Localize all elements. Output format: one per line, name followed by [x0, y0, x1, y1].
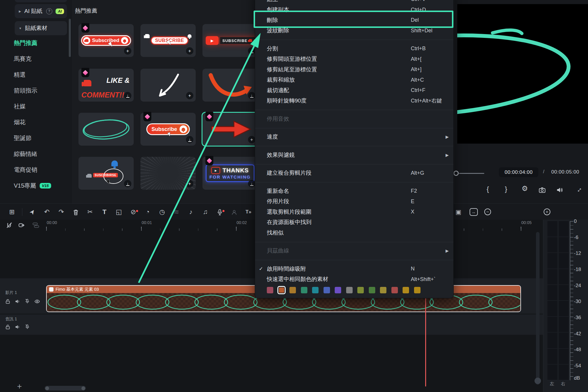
text-tool-icon[interactable]: T: [97, 208, 112, 216]
sidebar-category-item[interactable]: 熱門推薦: [0, 35, 72, 51]
sidebar-scrollbar[interactable]: [69, 19, 71, 57]
sticker-card-arrow-right-selected[interactable]: +: [202, 113, 258, 146]
menu-item[interactable]: ✓ ▶: [255, 238, 453, 246]
download-button[interactable]: ↓: [124, 180, 131, 187]
color-swatch[interactable]: [369, 287, 375, 293]
snap-toggle-icon[interactable]: [6, 222, 12, 230]
menu-item[interactable]: ✓ 貝茲曲線 ▶: [255, 246, 453, 256]
sidebar-item-ai-sticker[interactable]: ▶ AI 貼紙 ? AI: [15, 4, 67, 18]
add-track-button[interactable]: +: [17, 382, 22, 391]
menu-item[interactable]: ✓ 裁切適配 Ctrl+F ▶: [255, 85, 453, 96]
sidebar-category-item[interactable]: 綜藝情緒: [0, 146, 72, 162]
menu-item[interactable]: ✓ ▶: [255, 124, 453, 132]
sidebar-item-partial[interactable]: [15, 0, 67, 2]
add-to-timeline-button[interactable]: +: [186, 47, 193, 55]
color-swatch[interactable]: [335, 287, 341, 293]
menu-item[interactable]: ✓ 停用片段 E ▶: [255, 196, 453, 207]
preview-seek-track[interactable]: [459, 173, 484, 174]
menu-item[interactable]: ✓ ▶: [255, 142, 453, 150]
split-scissors-icon[interactable]: ✂: [83, 208, 97, 216]
sidebar-category-item[interactable]: 聖誕節: [0, 130, 72, 146]
current-timecode[interactable]: 00:00:04:00: [499, 167, 538, 177]
add-to-timeline-button[interactable]: +: [248, 136, 255, 143]
color-swatch[interactable]: [380, 287, 386, 293]
menu-item[interactable]: ✓ ▶: [255, 256, 453, 264]
sticker-card-suscribirse[interactable]: SUSCRIBIRSE ↓: [78, 157, 134, 190]
sticker-card-subscribe-gradient[interactable]: Subscribe ↓: [140, 113, 196, 146]
eye-icon[interactable]: [34, 299, 40, 304]
menu-item[interactable]: ✓ 停用音效 ▶: [255, 114, 453, 124]
help-icon[interactable]: ?: [46, 8, 52, 14]
speaker-icon[interactable]: [15, 299, 20, 304]
mic-icon[interactable]: [25, 299, 30, 304]
sticker-card-youtube-bar[interactable]: ▶ SUBSCRIBE ↓: [202, 24, 258, 57]
menu-item[interactable]: ✓ 修剪開頭至游標位置 Alt+[ ▶: [255, 54, 453, 65]
zoom-in-button[interactable]: +: [544, 204, 550, 220]
sticker-card-sketch-arrow[interactable]: +: [140, 69, 196, 102]
color-swatch[interactable]: [403, 287, 409, 293]
color-swatch[interactable]: [346, 287, 353, 293]
text-to-speech-icon[interactable]: T»: [241, 209, 256, 215]
menu-item[interactable]: ✓ 裁剪和縮放 Alt+C ▶: [255, 75, 453, 85]
color-swatch[interactable]: [414, 287, 421, 293]
playhead[interactable]: [425, 298, 426, 386]
color-swatch[interactable]: [391, 287, 398, 293]
add-to-timeline-button[interactable]: +: [186, 92, 193, 99]
lock-icon[interactable]: [5, 299, 10, 304]
mute-speaker-icon[interactable]: [556, 186, 563, 195]
download-button[interactable]: ↓: [186, 136, 193, 143]
menu-item[interactable]: ✓ 啟用時間線吸附 N ▶: [255, 264, 453, 274]
delete-icon[interactable]: [68, 208, 83, 216]
sidebar-category-item[interactable]: 箭頭指示: [0, 83, 72, 98]
menu-item[interactable]: ✓ 貼上 Ctrl+V ▶: [255, 0, 453, 5]
settings-gear-icon[interactable]: ⚙: [522, 184, 528, 193]
menu-item[interactable]: ✓ 順時針旋轉90度 Ctrl+Alt+右鍵 ▶: [255, 96, 453, 106]
sidebar-category-item[interactable]: 烟花: [0, 114, 72, 130]
menu-item[interactable]: ✓ 選取剪輯片段範圍 X ▶: [255, 207, 453, 217]
speaker-icon[interactable]: [15, 324, 20, 329]
sidebar-category-item[interactable]: 電商促销: [0, 162, 72, 178]
sticker-card-subscribed[interactable]: Subscribed +: [78, 24, 134, 57]
menu-item[interactable]: ✓ 在資源面板中找到 ▶: [255, 217, 453, 228]
menu-item[interactable]: ✓ ▶: [255, 160, 453, 168]
smart-cutout-icon[interactable]: ⊘: [126, 208, 140, 216]
undo-icon[interactable]: ↶: [40, 208, 54, 216]
auto-beat-icon[interactable]: ♪: [184, 208, 198, 216]
menu-item[interactable]: ✓ 分割 Ctrl+B ▶: [255, 43, 453, 54]
color-swatch[interactable]: [278, 287, 285, 293]
sticker-card-thanks[interactable]: ▶ THANKS FOR WATCHING ↓: [202, 157, 258, 190]
menu-item[interactable]: ✓ ▶: [255, 178, 453, 186]
menu-item[interactable]: ✓ 找相似 ▶: [255, 228, 453, 238]
menu-item[interactable]: ✓ 快速選中相同顏色的素材 Alt+Shift+` ▶: [255, 274, 453, 285]
timeline-horizontal-scrollbar[interactable]: [45, 386, 86, 391]
track-preview-toggle-icon[interactable]: ▣: [455, 204, 461, 220]
menu-item[interactable]: ✓ 效果與濾鏡 ▶: [255, 150, 453, 160]
sticker-card-curved-arrow[interactable]: ↓: [202, 69, 258, 102]
sidebar-category-item[interactable]: 馬賽克: [0, 51, 72, 67]
video-canvas[interactable]: [457, 4, 588, 144]
sticker-card-speed-lines[interactable]: +: [140, 157, 196, 190]
color-swatch[interactable]: [289, 287, 296, 293]
add-to-timeline-button[interactable]: +: [124, 47, 131, 55]
mic-icon[interactable]: [25, 324, 30, 329]
menu-item[interactable]: ✓ 修剪結尾至游標位置 Alt+] ▶: [255, 64, 453, 75]
download-button[interactable]: ↓: [248, 180, 255, 187]
sidebar-category-item[interactable]: 社媒: [0, 98, 72, 114]
fit-timeline-icon[interactable]: ↔: [470, 204, 478, 220]
timer-icon[interactable]: ◷: [155, 208, 169, 216]
sticker-card-like-comment[interactable]: LIKE & COMMENT!! ↓: [78, 69, 134, 102]
media-grid-icon[interactable]: ⊞: [5, 208, 19, 216]
color-swatch[interactable]: [267, 287, 273, 293]
menu-item[interactable]: ✓ ▶: [255, 106, 453, 114]
mark-out-button[interactable]: }: [505, 185, 507, 193]
audio-lane[interactable]: [0, 314, 543, 335]
fullscreen-icon[interactable]: ↔: [575, 185, 582, 193]
snapshot-camera-icon[interactable]: [539, 186, 546, 195]
speed-icon[interactable]: ◔: [140, 208, 155, 216]
redo-icon[interactable]: ↷: [54, 208, 68, 216]
mask-icon[interactable]: ◱: [112, 208, 126, 216]
add-to-timeline-button[interactable]: +: [186, 180, 193, 187]
select-tool-icon[interactable]: ➤: [25, 208, 40, 216]
music-icon[interactable]: ♫: [198, 208, 212, 216]
lock-icon[interactable]: [5, 324, 10, 329]
